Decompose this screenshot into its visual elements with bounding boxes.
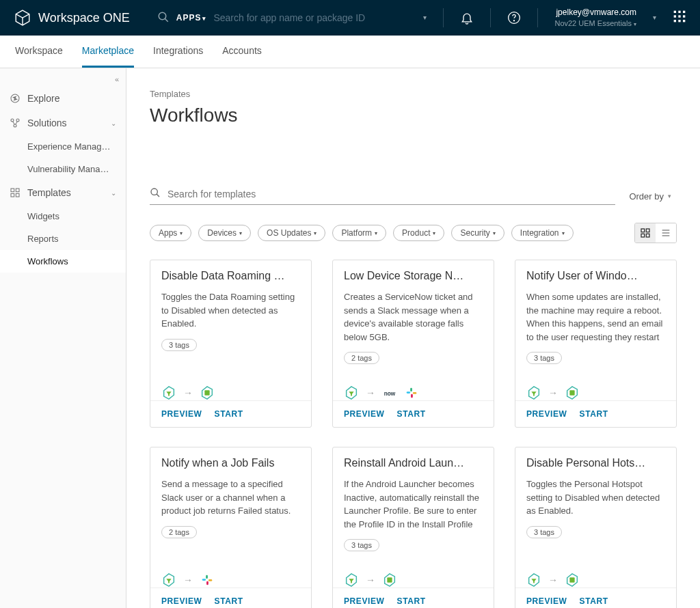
template-search-input[interactable] bbox=[167, 189, 615, 199]
chevron-down-icon[interactable]: ▾ bbox=[423, 14, 427, 21]
search-icon bbox=[157, 11, 170, 25]
svg-rect-4 bbox=[674, 11, 676, 13]
filter-apps[interactable]: Apps▾ bbox=[150, 225, 191, 241]
svg-rect-8 bbox=[678, 16, 680, 18]
workflow-card: Notify when a Job FailsSend a message to… bbox=[150, 447, 312, 608]
slack-icon bbox=[404, 385, 419, 400]
card-title: Notify when a Job Fails bbox=[161, 457, 300, 469]
preview-button[interactable]: PREVIEW bbox=[161, 409, 202, 419]
preview-button[interactable]: PREVIEW bbox=[344, 596, 385, 606]
sidebar-item-experience-manag[interactable]: Experience Manag… bbox=[0, 135, 126, 158]
slack-icon bbox=[200, 572, 215, 588]
tag-count[interactable]: 3 tags bbox=[344, 539, 379, 551]
svg-rect-12 bbox=[683, 20, 685, 22]
svg-rect-24 bbox=[641, 229, 645, 232]
chevron-down-icon[interactable]: ▾ bbox=[653, 14, 656, 21]
card-title: Reinstall Android Laun… bbox=[344, 457, 483, 469]
top-search-input[interactable] bbox=[213, 12, 405, 23]
filter-product[interactable]: Product▾ bbox=[393, 225, 444, 241]
filter-platform[interactable]: Platform▾ bbox=[332, 225, 386, 241]
nav-tab-marketplace[interactable]: Marketplace bbox=[82, 36, 134, 68]
start-button[interactable]: START bbox=[397, 596, 426, 606]
svg-rect-38 bbox=[202, 579, 206, 581]
filter-os-updates[interactable]: OS Updates▾ bbox=[258, 225, 325, 241]
divider bbox=[537, 8, 538, 27]
filter-integration[interactable]: Integration▾ bbox=[511, 225, 574, 241]
topbar-right: ▾ jpelkey@vmware.com Nov22 UEM Essential… bbox=[423, 8, 686, 28]
flow-icons: → bbox=[150, 566, 311, 588]
sidebar-item-vulnerability-mana[interactable]: Vulnerability Mana… bbox=[0, 158, 126, 180]
tag-count[interactable]: 2 tags bbox=[161, 526, 197, 538]
svg-rect-41 bbox=[206, 581, 208, 585]
bell-icon[interactable] bbox=[460, 11, 474, 25]
svg-rect-18 bbox=[11, 189, 14, 192]
apps-grid-icon[interactable] bbox=[673, 10, 686, 25]
card-description: When some updates are installed, the mac… bbox=[526, 290, 665, 344]
filter-devices[interactable]: Devices▾ bbox=[198, 225, 251, 241]
tag-count[interactable]: 2 tags bbox=[344, 352, 379, 364]
start-button[interactable]: START bbox=[215, 409, 243, 419]
user-email: jpelkey@vmware.com bbox=[556, 8, 636, 18]
search-scope-pill[interactable]: APPS▾ bbox=[176, 13, 207, 23]
sidebar-item-reports[interactable]: Reports bbox=[0, 227, 126, 250]
nav-tab-workspace[interactable]: Workspace bbox=[15, 36, 63, 68]
help-icon[interactable] bbox=[507, 11, 521, 25]
sidebar-section-templates[interactable]: Templates⌄ bbox=[0, 180, 126, 205]
flow-icons: → bbox=[150, 378, 311, 400]
collapse-icon[interactable]: « bbox=[115, 75, 119, 83]
sidebar-item-widgets[interactable]: Widgets bbox=[0, 205, 126, 227]
workflow-card: Disable Personal Hots…Toggles the Person… bbox=[515, 447, 677, 608]
arrow-icon: → bbox=[366, 575, 375, 585]
flow-icons: → bbox=[333, 566, 494, 588]
preview-button[interactable]: PREVIEW bbox=[526, 409, 567, 419]
preview-button[interactable]: PREVIEW bbox=[344, 409, 385, 419]
arrow-icon: → bbox=[183, 575, 193, 585]
start-button[interactable]: START bbox=[580, 596, 608, 606]
preview-button[interactable]: PREVIEW bbox=[526, 596, 567, 606]
svg-rect-25 bbox=[646, 229, 649, 232]
nav-tab-integrations[interactable]: Integrations bbox=[153, 36, 203, 68]
flow-icons: → bbox=[515, 566, 676, 588]
grid-view-button[interactable] bbox=[635, 223, 656, 243]
filter-security[interactable]: Security▾ bbox=[451, 225, 504, 241]
svg-rect-11 bbox=[678, 20, 680, 22]
tag-count[interactable]: 3 tags bbox=[161, 339, 197, 351]
tag-count[interactable]: 3 tags bbox=[526, 352, 562, 364]
list-view-button[interactable] bbox=[656, 223, 676, 243]
sidebar-section-explore[interactable]: Explore bbox=[0, 86, 126, 111]
svg-rect-36 bbox=[411, 394, 413, 398]
user-menu[interactable]: jpelkey@vmware.com Nov22 UEM Essentials … bbox=[554, 8, 636, 28]
arrow-icon: → bbox=[548, 387, 558, 398]
svg-rect-43 bbox=[569, 577, 574, 582]
tag-count[interactable]: 3 tags bbox=[526, 526, 562, 538]
order-by-select[interactable]: Order by▾ bbox=[623, 191, 677, 202]
svg-rect-33 bbox=[407, 391, 411, 393]
svg-rect-37 bbox=[569, 390, 574, 395]
card-title: Disable Data Roaming … bbox=[161, 270, 300, 282]
svg-rect-10 bbox=[674, 20, 676, 22]
nav-tab-accounts[interactable]: Accounts bbox=[222, 36, 262, 68]
search-icon bbox=[150, 187, 161, 200]
hexagon-filter-icon bbox=[526, 385, 541, 400]
svg-rect-26 bbox=[641, 234, 645, 237]
app-name: Workspace ONE bbox=[38, 11, 130, 25]
svg-rect-27 bbox=[646, 234, 649, 237]
preview-button[interactable]: PREVIEW bbox=[161, 596, 202, 606]
svg-rect-7 bbox=[674, 16, 676, 18]
workflow-card: Reinstall Android Laun…If the Android La… bbox=[332, 447, 494, 608]
svg-point-22 bbox=[151, 189, 157, 195]
card-title: Low Device Storage N… bbox=[344, 270, 483, 282]
view-toggle bbox=[634, 223, 677, 243]
sidebar-item-workflows[interactable]: Workflows bbox=[0, 250, 126, 273]
start-button[interactable]: START bbox=[397, 409, 426, 419]
svg-rect-9 bbox=[683, 16, 685, 18]
hexagon-filter-icon bbox=[344, 385, 359, 400]
card-description: Toggles the Data Roaming setting to Disa… bbox=[161, 290, 300, 331]
start-button[interactable]: START bbox=[215, 596, 243, 606]
sidebar-section-solutions[interactable]: Solutions⌄ bbox=[0, 111, 126, 135]
sidebar: « ExploreSolutions⌄Experience Manag…Vuln… bbox=[0, 68, 126, 608]
logo[interactable]: Workspace ONE bbox=[14, 9, 130, 27]
svg-rect-5 bbox=[678, 11, 680, 13]
start-button[interactable]: START bbox=[580, 409, 608, 419]
svg-text:now: now bbox=[384, 391, 396, 397]
